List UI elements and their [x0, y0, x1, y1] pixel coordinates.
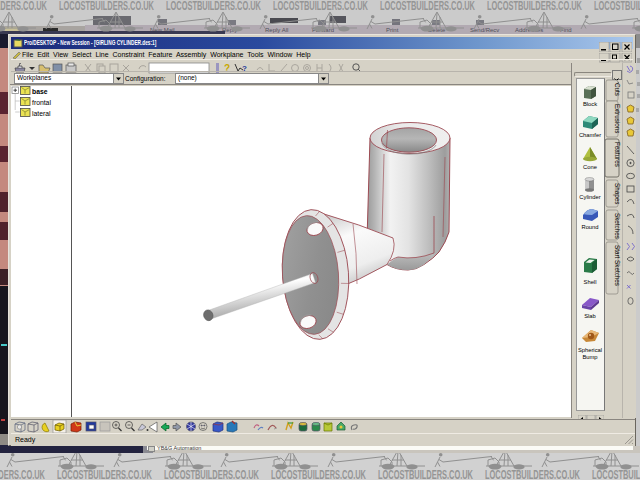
svg-text:Cylinder: Cylinder	[579, 194, 600, 200]
svg-text:Round: Round	[581, 224, 598, 230]
svg-text:Start Sketches: Start Sketches	[614, 245, 621, 286]
svg-text:Shell: Shell	[584, 279, 597, 285]
svg-text:frontal: frontal	[32, 99, 51, 106]
svg-text:Spherical: Spherical	[578, 347, 602, 353]
svg-text:Cone: Cone	[583, 164, 597, 170]
svg-text:base: base	[32, 88, 48, 95]
svg-text:Chamfer: Chamfer	[579, 132, 601, 138]
svg-text:Features: Features	[614, 142, 621, 167]
svg-text:Sketches: Sketches	[614, 213, 621, 239]
svg-text:Cuts: Cuts	[614, 83, 621, 96]
svg-text:Block: Block	[583, 101, 597, 107]
svg-text:Bump: Bump	[582, 354, 597, 360]
svg-text:lateral: lateral	[32, 110, 51, 117]
svg-text:Slab: Slab	[584, 313, 596, 319]
svg-text:Shapes: Shapes	[613, 183, 621, 204]
svg-text:Extrusions: Extrusions	[614, 104, 621, 133]
